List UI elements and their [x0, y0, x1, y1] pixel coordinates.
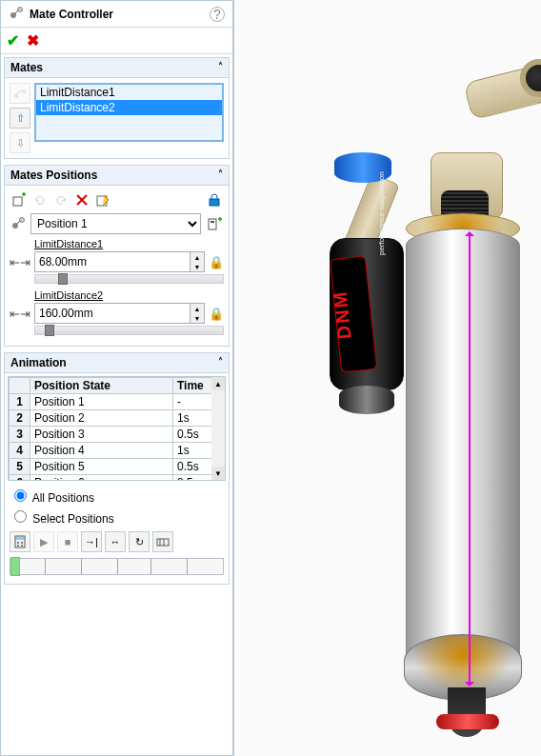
timeline-track[interactable]	[10, 558, 224, 575]
dim2-down[interactable]: ▼	[190, 313, 204, 323]
ok-button[interactable]: ✔	[7, 31, 19, 50]
move-down-button[interactable]: ⇩	[10, 132, 30, 153]
mate-controller-icon	[9, 5, 24, 23]
chevron-up-icon: ˄	[218, 356, 223, 369]
svg-point-4	[22, 90, 26, 93]
svg-rect-5	[13, 197, 22, 206]
dim1-lock-icon[interactable]: 🔒	[209, 255, 224, 269]
calculator-button[interactable]	[10, 531, 30, 552]
play-button[interactable]: ▶	[33, 531, 54, 552]
mate-item-0[interactable]: LimitDistance1	[36, 85, 222, 100]
table-row: 5Position 50.5s	[10, 459, 225, 475]
animation-scope: All Positions Select Positions	[10, 487, 224, 526]
dnm-subtext: performance suspension	[377, 171, 386, 255]
collect-mates-button[interactable]	[10, 83, 30, 104]
radio-select-positions[interactable]: Select Positions	[10, 507, 224, 526]
svg-point-15	[17, 542, 19, 544]
col-state[interactable]: Position State	[30, 378, 173, 394]
property-panel: Mate Controller ? ✔ ✖ Mates ˄ ⇧ ⇩ LimitD…	[0, 0, 234, 756]
dim2-lock-icon[interactable]: 🔒	[209, 307, 224, 321]
dim2-label: LimitDistance2	[34, 289, 224, 301]
loop-repeat-button[interactable]: ↻	[129, 531, 150, 552]
shock-absorber-model: DNM performance suspension	[320, 48, 520, 714]
cancel-button[interactable]: ✖	[27, 31, 39, 50]
mates-header-label: Mates	[10, 61, 43, 74]
animation-header-label: Animation	[10, 356, 67, 369]
chevron-up-icon: ˄	[218, 169, 223, 182]
svg-point-9	[20, 217, 25, 222]
chevron-up-icon: ˄	[218, 61, 223, 74]
stop-button[interactable]: ■	[57, 531, 78, 552]
svg-rect-7	[210, 199, 219, 206]
timeline-cursor[interactable]	[10, 557, 20, 576]
add-position-button[interactable]	[10, 190, 29, 209]
table-row: 2Position 21s	[10, 410, 225, 427]
dim2-input[interactable]	[34, 303, 190, 324]
animation-header[interactable]: Animation ˄	[4, 352, 230, 373]
undo-button[interactable]	[51, 190, 70, 209]
loop-forward-button[interactable]: →|	[81, 531, 102, 552]
position-select[interactable]: Position 1	[30, 213, 201, 234]
distance-icon: ⇤⇥	[10, 255, 30, 269]
table-row: 1Position 1-	[10, 394, 225, 410]
svg-rect-11	[209, 219, 216, 229]
ok-cancel-bar: ✔ ✖	[1, 28, 232, 54]
svg-rect-12	[210, 221, 214, 223]
svg-rect-14	[16, 537, 24, 540]
table-row: 3Position 30.5s	[10, 427, 225, 443]
table-row: 4Position 41s	[10, 443, 225, 459]
svg-line-2	[15, 10, 18, 13]
distance-icon: ⇤⇥	[10, 307, 30, 321]
svg-point-17	[17, 545, 19, 547]
table-row: 6Position 60.5s	[10, 475, 225, 482]
dimension-arrow	[469, 236, 471, 682]
positions-toolbar	[10, 190, 224, 209]
3d-viewport[interactable]: DNM performance suspension	[234, 0, 541, 756]
refresh-button[interactable]	[30, 190, 50, 209]
dim1-slider[interactable]	[34, 274, 224, 284]
positions-header-label: Mates Positions	[10, 169, 97, 182]
dim2-slider[interactable]	[34, 326, 224, 335]
svg-rect-19	[157, 539, 169, 546]
motion-study-button[interactable]	[152, 531, 173, 552]
table-scrollbar[interactable]: ▲▼	[211, 377, 225, 480]
dim1-input[interactable]	[34, 251, 190, 272]
mates-header[interactable]: Mates ˄	[4, 57, 230, 78]
delete-position-button[interactable]	[72, 190, 91, 209]
position-icon	[10, 214, 27, 234]
radio-all-positions[interactable]: All Positions	[10, 487, 224, 505]
dim1-label: LimitDistance1	[34, 238, 224, 249]
mate-item-1[interactable]: LimitDistance2	[36, 100, 222, 115]
animation-table[interactable]: Position StateTime 1Position 1- 2Positio…	[9, 377, 225, 481]
help-icon[interactable]: ?	[210, 7, 225, 22]
animation-toolbar: ▶ ■ →| ↔ ↻	[10, 531, 224, 552]
dnm-logo: DNM	[329, 289, 355, 341]
mates-body: ⇧ ⇩ LimitDistance1 LimitDistance2	[4, 78, 230, 159]
mates-listbox[interactable]: LimitDistance1 LimitDistance2	[34, 83, 224, 142]
dim1-up[interactable]: ▲	[190, 252, 204, 262]
dim2-up[interactable]: ▲	[190, 304, 204, 313]
edit-position-button[interactable]	[93, 190, 112, 209]
svg-point-18	[21, 545, 23, 547]
animation-body: Position StateTime 1Position 1- 2Positio…	[4, 373, 230, 585]
svg-point-1	[18, 8, 23, 12]
lock-all-button[interactable]	[205, 190, 224, 209]
add-config-button[interactable]	[205, 214, 224, 233]
positions-header[interactable]: Mates Positions ˄	[4, 165, 230, 186]
panel-title: Mate Controller	[30, 8, 204, 21]
positions-body: Position 1 LimitDistance1 ⇤⇥ ▲▼ 🔒 LimitD…	[4, 186, 230, 347]
move-up-button[interactable]: ⇧	[10, 108, 30, 129]
svg-line-10	[17, 221, 20, 224]
dim1-down[interactable]: ▼	[190, 262, 204, 271]
svg-point-3	[14, 94, 18, 98]
loop-pingpong-button[interactable]: ↔	[105, 531, 126, 552]
svg-point-16	[21, 542, 23, 544]
panel-header: Mate Controller ?	[1, 1, 232, 28]
